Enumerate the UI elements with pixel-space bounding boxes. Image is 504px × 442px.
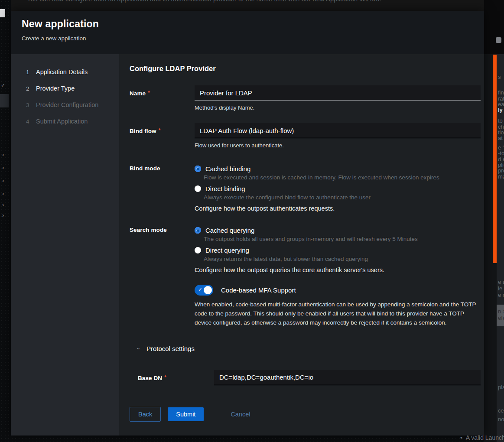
bind-mode-cached-help: Flow is executed and session is cached i… — [204, 174, 481, 181]
base-dn-label: Base DN* — [138, 370, 214, 381]
background-docs-panel — [497, 0, 504, 442]
background-banner: You can now configure both an applicatio… — [11, 0, 493, 11]
search-mode-direct-option[interactable]: Direct querying — [195, 247, 481, 254]
step-label: Application Details — [36, 68, 88, 75]
search-mode-label: Search mode — [130, 227, 195, 233]
background-text-fragment: fine — [498, 90, 504, 95]
wizard-footer: Back Submit Cancel — [119, 403, 484, 436]
required-marker: * — [164, 374, 166, 380]
check-icon — [1, 82, 5, 88]
bind-flow-label: Bind flow* — [130, 123, 195, 134]
mfa-toggle[interactable] — [195, 285, 213, 296]
chevron-right-icon — [2, 212, 4, 218]
radio-unselected-icon[interactable] — [195, 247, 201, 254]
background-text-fragment: efe — [498, 315, 504, 321]
wizard-step-application-details[interactable]: 1 Application Details — [11, 64, 119, 80]
mfa-help: When enabled, code-based multi-factor au… — [195, 300, 481, 328]
form-row-bind-flow: Bind flow* Flow used for users to authen… — [130, 123, 481, 149]
background-text-fragment: -to — [498, 150, 504, 156]
form-heading: Configure LDAP Provider — [130, 65, 481, 73]
radio-selected-icon[interactable] — [195, 166, 201, 172]
base-dn-input[interactable] — [214, 370, 481, 385]
step-label: Provider Configuration — [36, 101, 98, 108]
cancel-link[interactable]: Cancel — [231, 411, 250, 418]
form-row-mfa: Code-based MFA Support When enabled, cod… — [130, 285, 481, 328]
bind-mode-label: Bind mode — [130, 165, 195, 172]
form-row-search-mode: Search mode Cached querying The outpost … — [130, 227, 481, 273]
modal-subtitle: Create a new application — [22, 35, 473, 42]
step-label: Submit Application — [36, 118, 88, 125]
background-button-fragment — [496, 37, 501, 43]
submit-button[interactable]: Submit — [168, 407, 204, 421]
background-text-fragment: ma — [498, 174, 504, 179]
chevron-down-icon — [136, 348, 142, 350]
step-number: 1 — [26, 69, 32, 75]
background-text-fragment: pro — [498, 168, 504, 173]
bind-mode-direct-option[interactable]: Direct binding — [195, 185, 481, 192]
bind-flow-input[interactable] — [195, 123, 481, 138]
page-background: You can now configure both an applicatio… — [0, 0, 504, 442]
name-help: Method's display Name. — [195, 104, 481, 111]
protocol-settings-label: Protocol settings — [146, 345, 195, 352]
bind-flow-help: Flow used for users to authenticate. — [195, 142, 481, 149]
background-text-fragment: no — [498, 416, 504, 422]
required-marker: * — [159, 127, 161, 133]
sidebar-highlight-square — [0, 9, 5, 17]
background-text-fragment: n a — [498, 309, 504, 314]
background-top-right — [484, 0, 504, 54]
wizard-steps-nav: 1 Application Details 2 Provider Type 3 … — [11, 54, 119, 436]
new-application-modal: New application Create a new application… — [11, 11, 484, 436]
radio-selected-icon[interactable] — [195, 227, 201, 234]
chevron-right-icon — [2, 202, 4, 208]
step-label: Provider Type — [36, 85, 75, 92]
background-text-fragment: s — [498, 74, 501, 80]
modal-header: New application Create a new application — [11, 11, 484, 54]
bind-mode-cached-option[interactable]: Cached binding — [195, 165, 481, 172]
protocol-settings-expander[interactable]: Protocol settings — [138, 345, 481, 352]
bind-mode-help: Configure how the outpost authenticates … — [195, 205, 481, 212]
orange-scrollbar[interactable] — [493, 55, 497, 263]
banner-text: You can now configure both an applicatio… — [27, 0, 381, 3]
mfa-label-spacer — [130, 285, 195, 289]
toggle-knob-icon — [204, 286, 212, 294]
bind-mode-direct-help: Always execute the configured bind flow … — [204, 194, 481, 201]
step-number: 2 — [26, 85, 32, 92]
search-mode-help: Configure how the outpost queries the co… — [195, 266, 481, 273]
sidebar-active-item — [0, 94, 9, 107]
wizard-step-provider-type[interactable]: 2 Provider Type — [11, 80, 119, 97]
search-mode-direct-help: Always returns the latest data, but slow… — [204, 256, 481, 262]
chevron-right-icon — [2, 178, 4, 183]
background-bullet-item: A valid Launch URL — [460, 434, 504, 441]
chevron-right-icon — [2, 191, 4, 196]
name-label: Name* — [130, 85, 195, 97]
background-text-fragment: pla — [498, 384, 504, 390]
search-mode-cached-help: The outpost holds all users and groups i… — [204, 236, 481, 242]
page-title: New application — [22, 18, 473, 30]
wizard-step-provider-configuration: 3 Provider Configuration — [11, 97, 119, 113]
background-text-fragment: ly a — [498, 107, 504, 113]
background-text-fragment: e n — [498, 292, 504, 298]
step-number: 3 — [26, 102, 32, 108]
chevron-right-icon — [2, 165, 4, 170]
form-row-base-dn: Base DN* — [130, 370, 481, 385]
back-button[interactable]: Back — [130, 407, 161, 422]
background-text-fragment: le — [498, 286, 502, 291]
step-number: 4 — [26, 118, 32, 125]
background-text-fragment: e a — [498, 279, 504, 285]
background-text-fragment: at — [498, 135, 503, 141]
radio-unselected-icon[interactable] — [195, 185, 201, 192]
background-text-fragment: to — [498, 118, 503, 124]
name-input[interactable] — [195, 85, 481, 101]
background-text-fragment: ces — [498, 408, 504, 413]
search-mode-cached-option[interactable]: Cached querying — [195, 227, 481, 234]
form-row-bind-mode: Bind mode Cached binding Flow is execute… — [130, 165, 481, 212]
chevron-right-icon — [2, 152, 4, 157]
form-row-name: Name* Method's display Name. — [130, 85, 481, 111]
mfa-toggle-label[interactable]: Code-based MFA Support — [221, 286, 296, 294]
wizard-step-submit-application: 4 Submit Application — [11, 113, 119, 130]
required-marker: * — [148, 90, 150, 96]
background-sidebar — [0, 0, 11, 442]
wizard-form: Configure LDAP Provider Name* Method's d… — [119, 54, 484, 403]
